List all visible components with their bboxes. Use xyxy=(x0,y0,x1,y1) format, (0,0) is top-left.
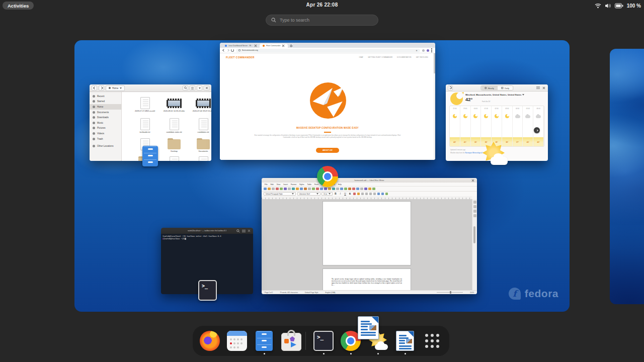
font-size-dropdown[interactable]: 12 pt xyxy=(321,192,333,196)
dock-files[interactable] xyxy=(254,331,274,351)
workspace-next[interactable] xyxy=(610,49,644,304)
menu-view[interactable]: View xyxy=(277,184,281,186)
files-close-button[interactable] xyxy=(204,85,209,90)
toolbar-icon[interactable] xyxy=(296,188,299,191)
file-item[interactable]: candidates.txt xyxy=(189,118,211,133)
toolbar-icon[interactable] xyxy=(320,188,323,191)
search-icon[interactable] xyxy=(236,229,240,233)
sidebar-item-videos[interactable]: Videos xyxy=(90,131,121,136)
refresh-button[interactable] xyxy=(448,85,453,90)
dock-software[interactable] xyxy=(281,331,301,351)
toolbar-icon[interactable] xyxy=(300,188,303,191)
toolbar-icon[interactable] xyxy=(272,188,275,191)
chrome-app-icon[interactable] xyxy=(317,166,338,187)
dock-firefox[interactable] xyxy=(200,331,220,351)
file-item[interactable] xyxy=(189,156,211,161)
toolbar-icon[interactable] xyxy=(348,188,351,191)
profile-avatar[interactable] xyxy=(427,49,429,52)
writer-sidebar[interactable] xyxy=(472,199,477,290)
toolbar-icon[interactable] xyxy=(280,188,283,191)
new-tab-button[interactable] xyxy=(289,44,293,48)
align-center-icon[interactable] xyxy=(365,193,368,196)
files-menu-button[interactable] xyxy=(197,85,202,90)
toolbar-icon[interactable] xyxy=(368,188,371,191)
files-search-button[interactable] xyxy=(183,85,188,90)
toolbar-icon[interactable] xyxy=(332,188,335,191)
scrollbar-thumb[interactable] xyxy=(473,226,475,243)
indent-icon[interactable] xyxy=(385,193,388,196)
close-icon[interactable] xyxy=(471,178,475,183)
sidebar-item-pictures[interactable]: Pictures xyxy=(90,126,121,131)
weather-menu-icon[interactable] xyxy=(536,86,540,89)
toolbar-icon[interactable] xyxy=(372,188,375,191)
toolbar-icon[interactable] xyxy=(352,188,355,191)
page-scrollbar[interactable] xyxy=(434,53,435,160)
italic-button[interactable]: I xyxy=(339,193,342,195)
forward-icon[interactable] xyxy=(226,49,229,52)
font-name-dropdown[interactable]: Liberation Serif xyxy=(297,192,320,196)
sidebar-item-home[interactable]: Home xyxy=(90,104,121,110)
underline-button[interactable]: U xyxy=(344,193,347,195)
menu-styles[interactable]: Styles xyxy=(299,184,304,186)
sidebar-item-starred[interactable]: Starred xyxy=(90,99,121,105)
forward-button[interactable] xyxy=(99,85,104,90)
path-button[interactable]: Home xyxy=(106,85,125,91)
toolbar-icon[interactable] xyxy=(312,188,315,191)
browser-menu-icon[interactable] xyxy=(431,48,432,52)
paragraph-style-dropdown[interactable]: Default Paragraph Style xyxy=(264,192,296,196)
file-item[interactable]: 2020-09-01 14-35-05.mkv xyxy=(160,97,188,112)
dock-terminal[interactable]: >_ xyxy=(313,331,334,351)
align-right-icon[interactable] xyxy=(369,193,372,196)
list-bullet-icon[interactable] xyxy=(377,193,380,196)
about-us-button[interactable]: ABOUT US! xyxy=(316,148,339,153)
search-bar[interactable]: Type to search xyxy=(266,15,378,26)
sidebar-item-other-locations[interactable]: Other Locations xyxy=(90,143,121,149)
toolbar-icon[interactable] xyxy=(316,188,319,191)
dock-calendar[interactable] xyxy=(227,331,247,351)
toolbar-icon[interactable] xyxy=(356,188,359,191)
bookmark-star-icon[interactable]: ★ xyxy=(416,49,418,52)
menu-format[interactable]: Format xyxy=(291,184,296,186)
toolbar-icon[interactable] xyxy=(308,188,311,191)
weather-app-icon[interactable] xyxy=(480,142,510,167)
writer-app-icon[interactable] xyxy=(358,316,379,339)
strikethrough-button[interactable]: S xyxy=(348,193,352,195)
tab-daily[interactable]: Daily xyxy=(498,86,513,90)
file-item[interactable]: Documents xyxy=(189,138,211,152)
system-status-area[interactable]: 100 % xyxy=(595,2,641,10)
toolbar-icon[interactable] xyxy=(276,188,279,191)
reload-icon[interactable] xyxy=(231,49,234,52)
nav-get-involved[interactable]: GET INVOLVED xyxy=(416,56,428,58)
close-icon[interactable] xyxy=(541,85,546,90)
sidebar-item-music[interactable]: Music xyxy=(90,120,121,126)
toolbar-icon[interactable] xyxy=(324,188,327,191)
dock-app-grid[interactable] xyxy=(422,331,442,351)
font-color-icon[interactable] xyxy=(353,193,356,196)
menu-insert[interactable]: Insert xyxy=(283,184,288,186)
menu-table[interactable]: Table xyxy=(307,184,311,186)
back-icon[interactable] xyxy=(222,49,225,52)
file-item[interactable]: Desktop xyxy=(160,138,188,152)
file-item[interactable]: 2019-07-17-0905-ca.xml xyxy=(131,97,159,112)
toolbar-icon[interactable] xyxy=(328,188,331,191)
sidebar-item-recent[interactable]: Recent xyxy=(90,94,121,99)
site-logo[interactable]: FLEET COMMANDER xyxy=(226,56,255,59)
url-bar[interactable]: fleetcommander.org ★ xyxy=(236,49,420,52)
justify-icon[interactable] xyxy=(373,193,376,196)
toolbar-icon[interactable] xyxy=(344,188,347,191)
menu-help[interactable]: Help xyxy=(338,184,342,186)
highlight-color-icon[interactable] xyxy=(357,193,360,196)
sidebar-item-documents[interactable]: Documents xyxy=(90,110,121,115)
back-button[interactable] xyxy=(92,85,97,90)
menu-file[interactable]: File xyxy=(265,184,268,186)
file-item[interactable]: testloader.txt xyxy=(131,118,159,133)
toolbar-icon[interactable] xyxy=(284,188,287,191)
zoom-slider[interactable] xyxy=(437,292,463,293)
toolbar-icon[interactable] xyxy=(304,188,307,191)
toolbar-icon[interactable] xyxy=(268,188,271,191)
view-toggle-button[interactable] xyxy=(190,85,195,90)
toolbar-icon[interactable] xyxy=(360,188,363,191)
toolbar-icon[interactable] xyxy=(340,188,343,191)
terminal-menu-icon[interactable] xyxy=(242,230,246,232)
extensions-icon[interactable] xyxy=(422,49,425,52)
